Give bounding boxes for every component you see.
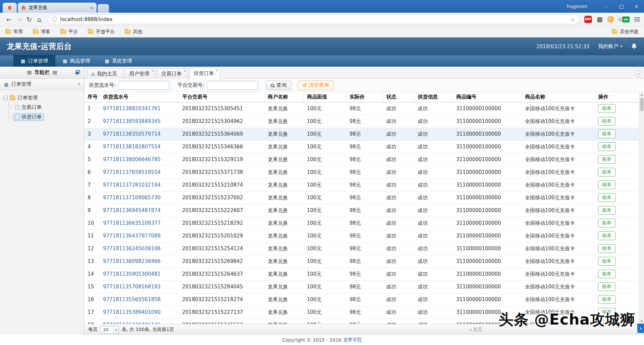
verify-order-button[interactable]: 核单 bbox=[598, 282, 615, 291]
verify-order-button[interactable]: 核单 bbox=[598, 244, 615, 253]
sidebar-title: 导航栏 bbox=[35, 69, 50, 76]
supply-serial-link[interactable]: 977181135389401090 bbox=[103, 309, 161, 315]
lock-icon[interactable] bbox=[75, 72, 79, 74]
verify-order-button[interactable]: 核单 bbox=[598, 219, 615, 227]
close-window-button[interactable]: × bbox=[629, 0, 644, 13]
cell-face: 100元 bbox=[304, 268, 346, 280]
browser-home-icon[interactable]: ⌂ bbox=[34, 16, 44, 23]
emoji-extension-icon[interactable] bbox=[607, 16, 614, 22]
back-icon[interactable]: ← bbox=[4, 16, 14, 23]
verify-order-button[interactable]: 核单 bbox=[598, 257, 615, 266]
bookmark-star-icon[interactable]: ☆ bbox=[570, 16, 575, 23]
platform-txn-input[interactable] bbox=[207, 81, 258, 90]
tab-supply-orders[interactable]: 供货订单 × bbox=[189, 68, 220, 79]
first-page-button[interactable]: « 首页 bbox=[469, 327, 482, 333]
browser-logo[interactable] bbox=[3, 3, 17, 13]
main-content: ⌂ 我的主页 用户管理 × 交易订单 × 供货订单 × » bbox=[84, 67, 644, 335]
supply-serial-link[interactable]: 977181136245039106 bbox=[103, 246, 161, 252]
browser-menu-icon[interactable] bbox=[634, 17, 640, 21]
nav-tab-order-management[interactable]: ▦订单管理 bbox=[13, 55, 55, 67]
supply-serial-link[interactable]: 977181138350579714 bbox=[103, 131, 161, 137]
supply-serial-link[interactable]: 977181138593849345 bbox=[103, 118, 161, 124]
clear-query-button[interactable]: ↺ 清空查询 bbox=[298, 81, 333, 90]
supply-serial-link[interactable]: 977181135905300481 bbox=[103, 271, 161, 277]
verify-order-button[interactable]: 核单 bbox=[598, 206, 615, 215]
cell-serial: 977181135905300481 bbox=[100, 268, 179, 280]
supply-serial-link[interactable]: 977181136098238466 bbox=[103, 258, 161, 264]
cell-serial: 977181138182807554 bbox=[100, 140, 179, 153]
forward-icon[interactable]: → bbox=[14, 16, 24, 23]
supply-serial-link[interactable]: 977181138820341761 bbox=[103, 106, 161, 112]
bookmark-item-boke[interactable]: 博客 bbox=[33, 29, 50, 35]
tree-item-trade-orders[interactable]: 交易订单 bbox=[9, 102, 80, 112]
tree-item-supply-orders[interactable]: 供货订单 bbox=[9, 112, 80, 122]
scrollbar-thumb[interactable] bbox=[640, 98, 644, 111]
verify-order-button[interactable]: 核单 bbox=[598, 142, 615, 151]
nav-tab-product-management[interactable]: ▦商品管理 bbox=[55, 55, 97, 67]
query-button[interactable]: 查询 bbox=[266, 81, 291, 90]
nav-tab-system-management[interactable]: ▦系统管理 bbox=[97, 55, 139, 67]
supply-serial-link[interactable]: 977181136945487874 bbox=[103, 207, 161, 213]
tree-root-order-management[interactable]: 订单管理 bbox=[3, 95, 80, 101]
browser-tab[interactable]: 龙果充值 × bbox=[18, 3, 97, 13]
supply-serial-link[interactable]: 977181138182807554 bbox=[103, 144, 161, 150]
bell-icon[interactable] bbox=[631, 43, 637, 50]
minimize-button[interactable]: – bbox=[599, 0, 614, 13]
address-input[interactable]: i localhost:8888/index ☆ bbox=[48, 14, 580, 24]
verify-order-button[interactable]: 核单 bbox=[598, 117, 615, 126]
qr-extension-icon[interactable]: ▦ bbox=[597, 16, 603, 22]
browser-username[interactable]: hugovon bbox=[567, 4, 587, 9]
verify-order-button[interactable]: 核单 bbox=[598, 104, 615, 113]
supply-serial-link[interactable]: 977181135238406145 bbox=[103, 322, 161, 324]
maximize-button[interactable]: □ bbox=[614, 0, 629, 13]
verify-order-button[interactable]: 核单 bbox=[598, 155, 615, 164]
tab-overflow-icon[interactable]: » bbox=[636, 71, 642, 77]
footer-link[interactable]: 龙果学院 bbox=[343, 337, 362, 343]
sidebar-accordion-order-management[interactable]: ▦ 订单管理 ▾ bbox=[0, 79, 84, 90]
account-menu[interactable]: 我的账户 ▾ bbox=[598, 43, 622, 50]
verify-order-button[interactable]: 核单 bbox=[598, 168, 615, 177]
supply-serial-input[interactable] bbox=[118, 81, 169, 90]
supply-serial-link[interactable]: 977181138006646785 bbox=[103, 156, 161, 162]
supply-serial-link[interactable]: 977181137281032194 bbox=[103, 182, 161, 188]
scroll-up-icon[interactable]: ▲ bbox=[639, 92, 644, 97]
tab-close-icon[interactable]: × bbox=[90, 5, 94, 10]
verify-order-button[interactable]: 核单 bbox=[598, 231, 615, 240]
supply-serial-link[interactable]: 977181137658519554 bbox=[103, 169, 161, 175]
bookmark-item-changyong[interactable]: 常用 bbox=[5, 29, 23, 35]
verify-order-button[interactable]: 核单 bbox=[598, 295, 615, 304]
tab-user-management[interactable]: 用户管理 × bbox=[125, 68, 156, 79]
supply-serial-link[interactable]: 977181136635109377 bbox=[103, 220, 161, 226]
verify-order-button[interactable]: 核单 bbox=[598, 270, 615, 278]
refresh-icon[interactable]: ↻ bbox=[24, 16, 34, 23]
cell-status: 成功 bbox=[383, 204, 414, 217]
bookmark-item-qita[interactable]: 其他 bbox=[125, 29, 142, 35]
bookmark-item-pingtai[interactable]: 平台 bbox=[60, 29, 78, 35]
supply-serial-link[interactable]: 977181136437977089 bbox=[103, 233, 161, 239]
table-scrollbar[interactable]: ▲ ▼ bbox=[639, 92, 644, 324]
adblock-extension-icon[interactable]: ABP bbox=[584, 16, 592, 23]
verify-order-button[interactable]: 核单 bbox=[598, 130, 615, 138]
cell-product-name: 全国移动100元充值卡 bbox=[522, 293, 595, 306]
scroll-down-icon[interactable]: ▼ bbox=[639, 319, 644, 324]
other-bookmarks[interactable]: 其他书签 bbox=[612, 29, 639, 35]
supply-serial-link[interactable]: 977181135565561858 bbox=[103, 296, 161, 302]
verify-order-button[interactable]: 核单 bbox=[598, 193, 615, 202]
watermark-text: 头条 @Echa攻城狮 bbox=[499, 310, 635, 330]
tab-my-home[interactable]: ⌂ 我的主页 bbox=[87, 68, 123, 79]
url-text[interactable]: localhost:8888/index bbox=[60, 16, 567, 22]
per-page-select[interactable]: 20 ▾ bbox=[100, 326, 119, 334]
supply-serial-link[interactable]: 977181137109065730 bbox=[103, 195, 161, 201]
supply-serial-link[interactable]: 977181135708168193 bbox=[103, 284, 161, 290]
tree-collapse-icon[interactable] bbox=[3, 96, 8, 100]
close-tab-icon[interactable]: × bbox=[215, 68, 219, 73]
on-extension-icon[interactable]: on bbox=[619, 16, 630, 22]
close-tab-icon[interactable]: × bbox=[151, 69, 154, 73]
cell-product-no: 31100000100000 bbox=[453, 204, 522, 217]
info-icon[interactable]: i bbox=[52, 17, 57, 22]
tab-trade-orders[interactable]: 交易订单 × bbox=[157, 68, 188, 79]
close-tab-icon[interactable]: × bbox=[183, 69, 186, 73]
new-tab-button[interactable] bbox=[98, 4, 109, 13]
bookmark-item-kaifangpingtai[interactable]: 开放平台 bbox=[88, 29, 115, 35]
verify-order-button[interactable]: 核单 bbox=[598, 181, 615, 189]
